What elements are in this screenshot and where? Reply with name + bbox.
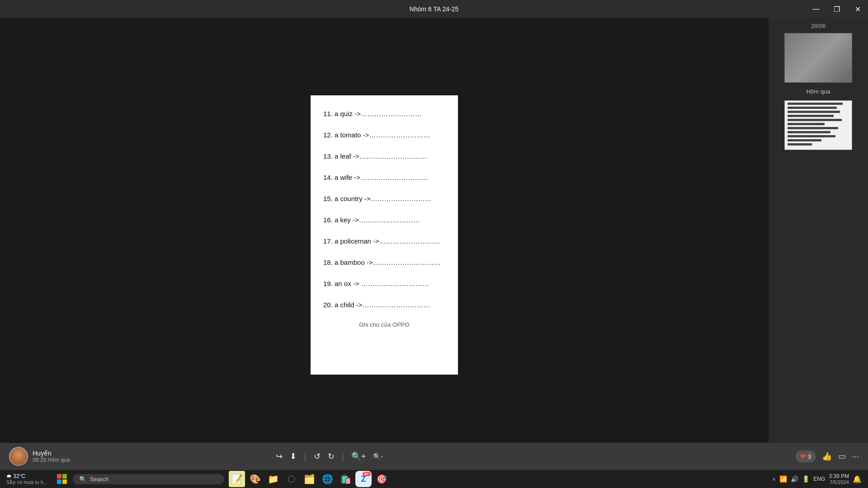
search-label: Search xyxy=(90,476,108,483)
win-tile-red xyxy=(57,474,61,479)
more-options-icon[interactable]: ··· xyxy=(852,452,859,461)
list-item: 15. a country ->……………………… xyxy=(323,194,445,203)
weather-desc: Sắp có mưa to h... xyxy=(6,479,47,485)
right-panel: 28/06 Hôm qua xyxy=(769,18,868,452)
clock[interactable]: 3:39 PM 7/5/2024 xyxy=(829,473,849,485)
app-icon-emoji[interactable]: 🎨 xyxy=(247,471,263,487)
app-icon-edge[interactable]: 🌐 xyxy=(319,471,335,487)
avatar xyxy=(9,447,28,466)
download-icon[interactable]: ⬇ xyxy=(290,451,297,461)
app-icon-extra[interactable]: 🎯 xyxy=(373,471,390,487)
zalo-badge: 5+ xyxy=(363,472,371,476)
document-page: 11. a quiz ->……………………… 12. a tomato ->……… xyxy=(311,95,458,375)
zoom-in-icon[interactable]: 🔍+ xyxy=(351,451,366,461)
date-value: 7/5/2024 xyxy=(829,479,849,485)
document-area: 11. a quiz ->……………………… 12. a tomato ->……… xyxy=(0,18,769,452)
start-button[interactable] xyxy=(54,471,70,487)
separator-1: | xyxy=(304,451,306,462)
heart-count: 3 xyxy=(808,453,811,460)
weather-widget: 🌧 32°C Sắp có mưa to h... xyxy=(0,473,54,485)
weather-temp: 🌧 32°C xyxy=(6,473,47,479)
document-footer: Ghi chú của OPPO xyxy=(323,321,445,328)
thumbnail-2[interactable] xyxy=(784,100,852,150)
list-item: 14. a wife ->………………………… xyxy=(323,173,445,182)
user-info: Huyền 06:29 Hôm qua xyxy=(33,450,70,463)
main-area: 11. a quiz ->……………………… 12. a tomato ->……… xyxy=(0,18,868,452)
windows-logo xyxy=(57,474,67,484)
notification-bell[interactable]: 🔔 xyxy=(853,475,862,483)
title-bar: Nhóm 6 TA 24-25 — ❐ ✕ xyxy=(0,0,868,18)
language-indicator[interactable]: ENG xyxy=(813,476,825,482)
taskbar-search[interactable]: 🔍 Search xyxy=(73,474,224,484)
minimize-button[interactable]: — xyxy=(806,0,826,18)
list-item: 18. a bamboo ->………………………… xyxy=(323,258,445,267)
app-icon-notes[interactable]: 📝 xyxy=(229,471,245,487)
undo-icon[interactable]: ↺ xyxy=(314,451,321,461)
window-controls: — ❐ ✕ xyxy=(806,0,868,18)
toolbar-icons: ↪ ⬇ | ↺ ↻ | 🔍+ 🔍- xyxy=(276,451,383,462)
chevron-up-icon[interactable]: ∧ xyxy=(772,476,776,482)
app-icon-zalo[interactable]: Z 5+ xyxy=(355,471,372,487)
toolbar-right: ❤ 3 👍 ▭ ··· xyxy=(796,450,859,462)
thumbnail-content-2 xyxy=(785,101,852,149)
panel-date: 28/06 xyxy=(811,23,826,29)
list-item: 11. a quiz ->……………………… xyxy=(323,109,445,118)
search-icon: 🔍 xyxy=(79,476,86,483)
list-item: 17. a policeman ->……………………… xyxy=(323,236,445,246)
thumbnail-1[interactable] xyxy=(784,33,852,83)
window-title: Nhóm 6 TA 24-25 xyxy=(410,5,458,13)
heart-button[interactable]: ❤ 3 xyxy=(796,450,816,462)
heart-icon: ❤ xyxy=(800,452,806,460)
win-tile-green xyxy=(62,474,67,479)
app-icon-teams[interactable]: ⬡ xyxy=(283,471,299,487)
volume-icon[interactable]: 🔊 xyxy=(791,475,798,483)
user-time: 06:29 Hôm qua xyxy=(33,457,70,463)
bottom-toolbar: Huyền 06:29 Hôm qua ↪ ⬇ | ↺ ↻ | 🔍+ 🔍- ❤ … xyxy=(0,443,868,470)
taskbar-apps: 📝 🎨 📁 ⬡ 🗂️ 🌐 🛍️ Z 5+ 🎯 xyxy=(229,471,390,487)
list-item: 12. a tomato ->……………………… xyxy=(323,130,445,140)
panel-label: Hôm qua xyxy=(807,88,830,95)
list-item: 19. an ox -> ………………………… xyxy=(323,279,445,288)
user-name: Huyền xyxy=(33,450,70,457)
avatar-image xyxy=(10,448,27,465)
network-icon[interactable]: 📶 xyxy=(779,475,787,483)
zoom-out-icon[interactable]: 🔍- xyxy=(373,453,383,460)
taskbar: 🌧 32°C Sắp có mưa to h... 🔍 Search 📝 🎨 📁… xyxy=(0,470,868,488)
maximize-button[interactable]: ❐ xyxy=(826,0,847,18)
battery-icon[interactable]: 🔋 xyxy=(802,475,810,483)
app-icon-explorer[interactable]: 📁 xyxy=(265,471,281,487)
redo-icon[interactable]: ↻ xyxy=(328,451,335,461)
view-icon[interactable]: ▭ xyxy=(838,451,846,461)
app-icon-store[interactable]: 🛍️ xyxy=(337,471,354,487)
thumbnail-image-1 xyxy=(785,33,852,82)
separator-2: | xyxy=(342,451,344,462)
thumbs-up-icon[interactable]: 👍 xyxy=(822,451,832,461)
system-icons: 📶 🔊 🔋 xyxy=(779,475,810,483)
list-item: 13. a leaf ->………………………… xyxy=(323,151,445,161)
time-value: 3:39 PM xyxy=(829,473,849,479)
win-tile-blue xyxy=(57,479,61,484)
win-tile-yellow xyxy=(62,479,67,484)
close-button[interactable]: ✕ xyxy=(847,0,868,18)
taskbar-right: ∧ 📶 🔊 🔋 ENG 3:39 PM 7/5/2024 🔔 xyxy=(772,473,868,485)
list-item: 20. a child ->………………………… xyxy=(323,300,445,310)
app-icon-files[interactable]: 🗂️ xyxy=(301,471,317,487)
list-item: 16. a key ->……………………… xyxy=(323,215,445,225)
share-icon[interactable]: ↪ xyxy=(276,451,283,461)
